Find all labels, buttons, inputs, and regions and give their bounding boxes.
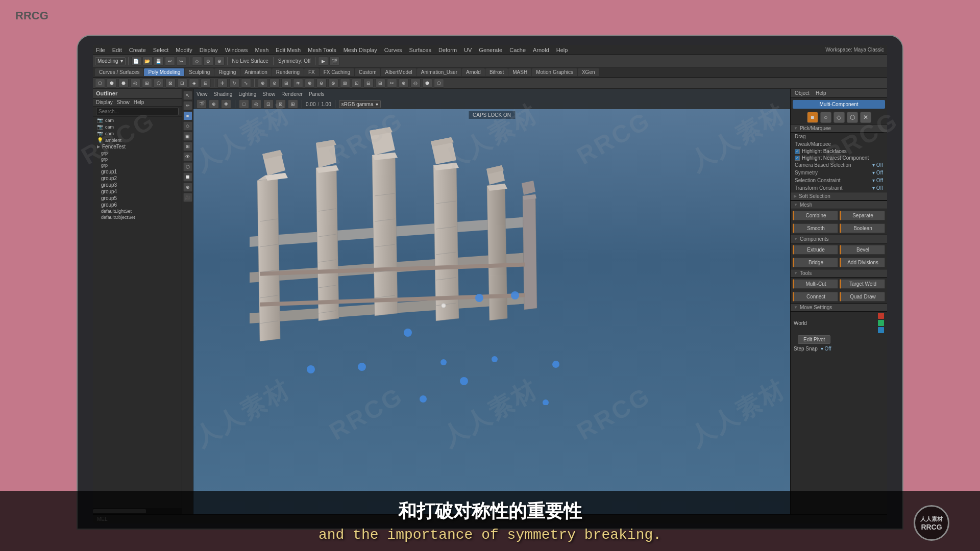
bridge-btn[interactable]: Bridge [793,258,838,267]
tab-animation-user[interactable]: Animation_User [417,68,461,76]
connect-tool[interactable]: ⊕ [399,79,409,88]
tool-4[interactable]: ◎ [130,79,140,88]
outliner-item-grp1[interactable]: grp [93,150,182,156]
outliner-item-fence[interactable]: ▶ FenceTest [93,143,182,150]
bridge-tool[interactable]: ⊞ [281,79,291,88]
detach-tool[interactable]: ⬡ [434,79,444,88]
edit-pivot-btn[interactable]: Edit Pivot [798,335,830,344]
tab-xgen[interactable]: XGen [578,68,599,76]
viewport-shading[interactable]: Shading [214,91,233,97]
object-tab[interactable]: Object [795,90,810,96]
menu-help[interactable]: Help [556,47,568,53]
menu-cache[interactable]: Cache [509,47,526,53]
tab-poly-modeling[interactable]: Poly Modeling [144,68,184,76]
quad-draw-btn[interactable]: Quad Draw [840,292,885,302]
menu-edit-mesh[interactable]: Edit Mesh [276,47,301,53]
help-tab[interactable]: Help [816,90,826,96]
diamond-icon[interactable]: ◇ [834,112,845,123]
tool-5[interactable]: ⊞ [142,79,152,88]
menu-windows[interactable]: Windows [225,47,248,53]
tool-10[interactable]: ⊟ [201,79,211,88]
tool-6[interactable]: ⬡ [154,79,164,88]
tab-motion[interactable]: Motion Graphics [532,68,577,76]
menu-uv[interactable]: UV [464,47,472,53]
paint-btn[interactable]: ⊕ [214,57,225,66]
outliner-help[interactable]: Help [134,99,144,105]
search-input[interactable] [96,108,179,115]
redo-btn[interactable]: ↪ [176,57,186,66]
menu-deform[interactable]: Deform [438,47,457,53]
outliner-item-group3[interactable]: group3 [93,182,182,188]
outliner-show[interactable]: Show [117,99,130,105]
tab-arnold[interactable]: Arnold [462,68,485,76]
fill-tool[interactable]: ⊞ [375,79,385,88]
outliner-item-cam1[interactable]: 📷 cam [93,117,182,123]
tab-custom[interactable]: Custom [355,68,380,76]
connect-btn[interactable]: Connect [793,292,838,302]
combine-tool[interactable]: ⊕ [305,79,315,88]
undo-btn[interactable]: ↩ [165,57,175,66]
outliner-item-group6[interactable]: group6 [93,202,182,208]
separate-tool[interactable]: ⊖ [316,79,327,88]
sphere-icon[interactable]: ○ [820,112,831,123]
separate-btn[interactable]: Separate [840,211,885,220]
tool-8[interactable]: ⊡ [177,79,187,88]
cube-icon[interactable]: ■ [807,112,818,123]
move-tool[interactable]: ✛ [217,79,228,88]
highlight-backfaces-checkbox[interactable]: ✓ [795,149,800,154]
modeling-dropdown[interactable]: Modeling ▾ [95,57,126,65]
menu-edit[interactable]: Edit [112,47,122,53]
menu-mesh-display[interactable]: Mesh Display [344,47,377,53]
tab-rigging[interactable]: Rigging [214,68,240,76]
tool-2[interactable]: ⬢ [107,79,117,88]
viewport-lighting[interactable]: Lighting [238,91,256,97]
combine-btn[interactable]: Combine [793,211,838,220]
tab-curves-surfaces[interactable]: Curves / Surfaces [95,68,143,76]
outliner-item-group4[interactable]: group4 [93,188,182,195]
weld-tool[interactable]: ◎ [410,79,421,88]
face-mode-btn[interactable]: ▣ [183,132,192,141]
viewport-panels[interactable]: Panels [309,91,325,97]
outliner-item-group5[interactable]: group5 [93,195,182,202]
select-btn[interactable]: ◇ [192,57,202,66]
menu-mesh-tools[interactable]: Mesh Tools [308,47,336,53]
menu-surfaces[interactable]: Surfaces [409,47,431,53]
boolean-btn[interactable]: Boolean [840,223,885,233]
menu-display[interactable]: Display [200,47,218,53]
camera-mode-btn[interactable]: 🎥 [183,193,192,202]
select-mode-btn[interactable]: ↖ [183,91,192,100]
add-div-btn[interactable]: Add Divisions [840,258,885,267]
menu-generate[interactable]: Generate [479,47,502,53]
viewport[interactable]: View Shading Lighting Show Renderer Pane… [193,89,790,514]
menu-create[interactable]: Create [129,47,146,53]
object-display-btn[interactable]: ⬡ [183,162,192,171]
tab-sculpting[interactable]: Sculpting [185,68,214,76]
outliner-item-group1[interactable]: group1 [93,168,182,175]
outliner-item-group2[interactable]: group2 [93,175,182,182]
uv-mode-btn[interactable]: ⊞ [183,142,192,151]
tab-mash[interactable]: MASH [508,68,531,76]
tab-rendering[interactable]: Rendering [272,68,304,76]
tool-1[interactable]: ⬡ [95,79,105,88]
cut-tool[interactable]: ✂ [387,79,397,88]
close-icon[interactable]: ✕ [860,112,871,123]
edge-mode-btn[interactable]: ◇ [183,121,192,131]
vp-btn-2[interactable]: ⊕ [209,99,219,109]
smooth-btn[interactable]: Smooth [793,223,838,233]
outliner-item-cam2[interactable]: 📷 cam [93,123,182,130]
tab-bifrost[interactable]: Bifrost [485,68,508,76]
show-hide-btn[interactable]: 👁 [183,152,192,161]
color-space-dropdown[interactable]: sRGB gamma ▾ [339,100,381,108]
smooth-mesh[interactable]: ≋ [293,79,303,88]
save-btn[interactable]: 💾 [154,57,164,66]
vp-btn-1[interactable]: 🎬 [197,99,207,109]
bevel-tool[interactable]: ⊘ [270,79,280,88]
outliner-item-cam3[interactable]: 📷 cam [93,130,182,137]
menu-modify[interactable]: Modify [176,47,192,53]
outliner-item-grp2[interactable]: grp [93,156,182,162]
outliner-item-default-obj[interactable]: defaultObjectSet [93,214,182,220]
viewport-view[interactable]: View [197,91,208,97]
menu-select[interactable]: Select [153,47,169,53]
vp-btn-8[interactable]: ⊞ [288,99,298,109]
viewport-renderer[interactable]: Renderer [281,91,303,97]
